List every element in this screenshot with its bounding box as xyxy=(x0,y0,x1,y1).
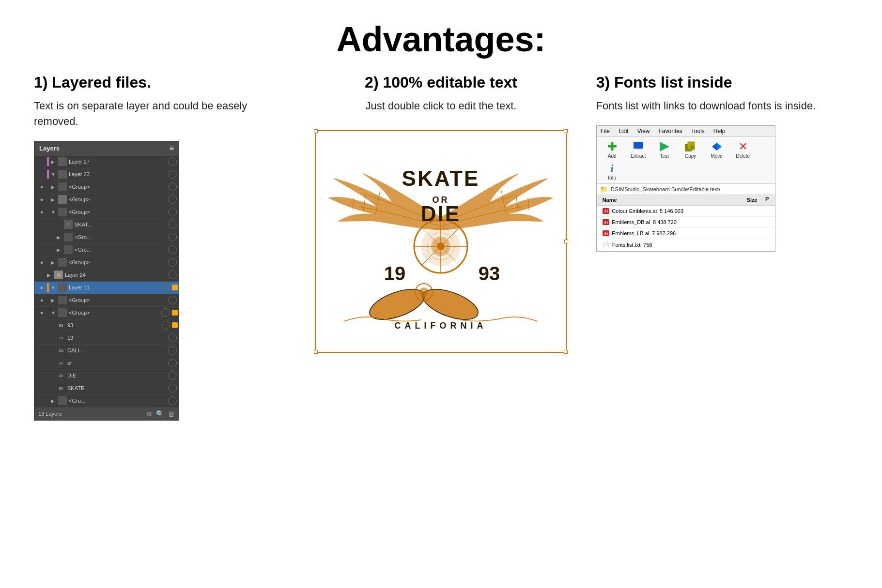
layer-row[interactable]: T SKAT... xyxy=(34,219,179,231)
toolbar-info-btn[interactable]: i Info xyxy=(601,162,624,181)
layer-thumb: 🔒 xyxy=(54,271,63,279)
layer-row[interactable]: ▶ <Gro... xyxy=(34,231,179,244)
layer-row[interactable]: ● ▶ <Group> xyxy=(34,256,179,269)
toolbar-add-btn[interactable]: ✚ Add xyxy=(601,140,624,159)
expand-arrow: ▼ xyxy=(51,310,57,316)
footer-icons: ⊕ 🔍 🗑 xyxy=(146,410,175,418)
layer-name: <Group> xyxy=(69,196,168,202)
layer-thumb xyxy=(58,170,67,179)
corner-handle-bl xyxy=(314,350,318,354)
visibility-circle xyxy=(168,359,177,367)
layer-thumb xyxy=(64,245,73,254)
fm-file-name-cell: Ai Colour Emblems.ai xyxy=(600,207,660,215)
visibility-circle xyxy=(168,195,177,204)
toolbar-copy-btn[interactable]: Copy xyxy=(679,140,702,159)
visibility-circle xyxy=(168,258,177,267)
skate-or-die-svg: SKATE OR DIE 19 93 xyxy=(325,140,557,343)
layer-name: Layer 11 xyxy=(69,285,161,290)
visibility-circle xyxy=(168,371,177,380)
toolbar-delete-btn[interactable]: ✕ Delete xyxy=(731,140,755,159)
visibility-circle xyxy=(168,157,177,166)
columns-container: 1) Layered files. Text is on separate la… xyxy=(0,74,882,421)
eye-icon: ● xyxy=(37,285,46,290)
fm-file-row[interactable]: Ai Emblems_DB.ai 8 438 720 xyxy=(597,217,775,228)
col-layered-files: 1) Layered files. Text is on separate la… xyxy=(19,74,300,421)
fm-file-name: Colour Emblems.ai xyxy=(612,208,657,214)
fm-file-row[interactable]: 📄 Fonts list.txt 756 xyxy=(597,239,775,251)
layer-row[interactable]: ● ▶ <Group> xyxy=(34,181,179,194)
layer-row[interactable]: ▶ <Gro... xyxy=(34,395,179,407)
layer-extra-dot xyxy=(172,310,178,316)
layers-panel: Layers ≡ ▶ Layer 27 ▼ xyxy=(34,141,179,421)
expand-arrow: ▶ xyxy=(47,272,53,278)
layer-row[interactable]: ● ▶ <Group> xyxy=(34,294,179,307)
layers-panel-header: Layers ≡ xyxy=(34,141,179,156)
menu-help[interactable]: Help xyxy=(713,128,726,135)
layer-row[interactable]: 19 19 xyxy=(34,332,179,345)
menu-file[interactable]: File xyxy=(601,128,610,135)
col3-desc: Fonts list with links to download fonts … xyxy=(596,98,848,114)
toolbar-move-label: Move xyxy=(711,153,722,159)
layer-name: <Gro... xyxy=(75,247,168,253)
layer-row[interactable]: ● ▼ <Group> xyxy=(34,307,179,319)
add-icon: ✚ xyxy=(604,140,620,153)
layer-thumb: DI xyxy=(57,371,65,380)
layer-row[interactable]: or or xyxy=(34,357,179,370)
col-fonts-list: 3) Fonts list inside Fonts list with lin… xyxy=(582,74,863,252)
corner-handle-mr xyxy=(564,240,568,243)
menu-edit[interactable]: Edit xyxy=(619,128,629,135)
toolbar-copy-label: Copy xyxy=(685,153,696,159)
layer-thumb xyxy=(58,157,67,166)
expand-arrow: ▶ xyxy=(51,298,57,303)
menu-favorites[interactable]: Favorites xyxy=(658,128,682,135)
layer-row[interactable]: DI DIE xyxy=(34,370,179,382)
layer-row-selected[interactable]: ● ▼ Layer 11 xyxy=(34,282,179,294)
fm-file-row[interactable]: Ai Colour Emblems.ai 5 146 003 xyxy=(597,206,775,217)
layer-row[interactable]: CA CALI... xyxy=(34,345,179,357)
layer-row[interactable]: ▶ 🔒 Layer 24 xyxy=(34,269,179,282)
fm-file-row[interactable]: Ai Emblems_LB.ai 7 987 296 xyxy=(597,228,775,239)
expand-arrow: ▶ xyxy=(57,247,62,253)
fm-file-name-cell: Ai Emblems_DB.ai xyxy=(600,218,653,226)
col-header-name: Name xyxy=(600,196,719,204)
eye-icon: ● xyxy=(37,259,46,265)
toolbar-extract-btn[interactable]: Extract xyxy=(627,140,650,159)
layer-options-icon[interactable]: 🔍 xyxy=(156,410,164,418)
visibility-circle xyxy=(168,170,177,179)
layer-row[interactable]: ● ▶ <Group> xyxy=(34,194,179,206)
fm-file-name-cell: Ai Emblems_LB.ai xyxy=(600,229,652,238)
menu-view[interactable]: View xyxy=(637,128,650,135)
col-header-size: Size xyxy=(719,196,762,204)
layer-row[interactable]: SK SKATE xyxy=(34,382,179,395)
fm-address-bar: 📁 DGIMStudio_Skateboard Bundle\Editable … xyxy=(597,184,775,195)
layer-thumb: 19 xyxy=(57,333,65,342)
expand-arrow: ▶ xyxy=(51,184,57,190)
layer-row[interactable]: ▶ <Gro... xyxy=(34,244,179,256)
expand-arrow: ▶ xyxy=(51,398,57,404)
corner-handle-tr xyxy=(564,129,568,133)
toolbar-move-btn[interactable]: Move xyxy=(705,140,728,159)
fm-file-size: 8 438 720 xyxy=(653,218,681,226)
delete-layer-icon[interactable]: 🗑 xyxy=(168,410,175,418)
eye-icon: ● xyxy=(37,310,46,316)
toolbar-test-btn[interactable]: Test xyxy=(653,140,676,159)
fm-file-size: 756 xyxy=(643,241,657,249)
fm-list-header-row: Name Size P xyxy=(597,195,775,206)
layers-menu-icon[interactable]: ≡ xyxy=(170,144,174,153)
visibility-circle xyxy=(168,333,177,342)
svg-text:93: 93 xyxy=(479,263,500,284)
layer-thumb xyxy=(58,182,67,191)
layer-row[interactable]: 93 93 xyxy=(34,319,179,332)
layer-row[interactable]: ▼ Layer 23 xyxy=(34,168,179,181)
layer-name: <Gro... xyxy=(75,234,168,240)
layers-count: 13 Layers xyxy=(38,411,62,417)
layer-row[interactable]: ▶ Layer 27 xyxy=(34,156,179,168)
expand-arrow: ▶ xyxy=(51,159,57,165)
svg-text:SKATE: SKATE xyxy=(402,166,480,190)
layer-row[interactable]: ● ▼ <Group> xyxy=(34,206,179,219)
col-header-p: P xyxy=(762,196,772,204)
fm-file-list: Name Size P Ai Colour Emblems.ai 5 146 0… xyxy=(597,195,775,251)
make-new-sublayer-icon[interactable]: ⊕ xyxy=(146,410,152,418)
menu-tools[interactable]: Tools xyxy=(691,128,705,135)
toolbar-test-label: Test xyxy=(660,153,668,159)
